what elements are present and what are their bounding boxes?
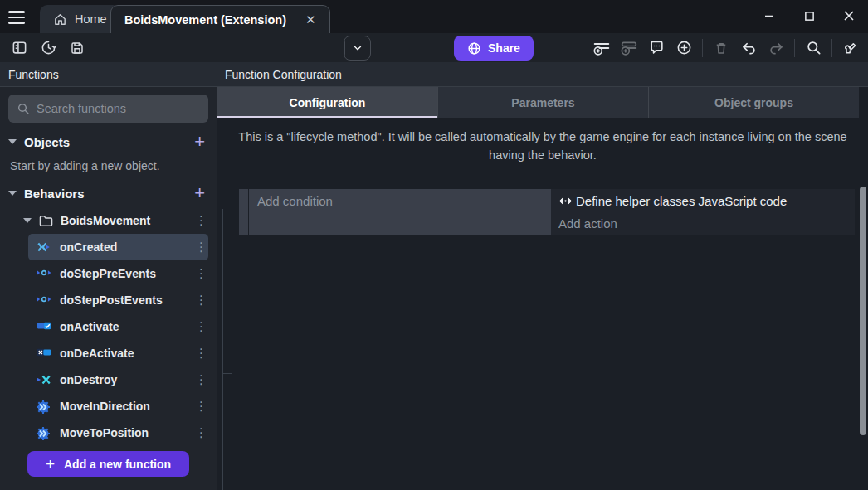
js-event-block: Add condition Define helper classes Java… <box>249 189 855 235</box>
tab-boidsmovement[interactable]: BoidsMovement (Extension) ✕ <box>110 5 330 33</box>
item-menu-button[interactable]: ⋮ <box>195 425 203 440</box>
window-controls <box>760 7 858 25</box>
share-label: Share <box>488 41 520 55</box>
save-icon[interactable] <box>68 39 86 57</box>
edit-extension-icon[interactable] <box>841 39 860 57</box>
function-item-label: doStepPreEvents <box>60 267 187 280</box>
toolbar-separator <box>702 39 703 57</box>
function-item[interactable]: doStepPostEvents⋮ <box>28 287 208 313</box>
function-item-label: onActivate <box>60 320 187 333</box>
globe-icon <box>467 41 481 56</box>
item-menu-button[interactable]: ⋮ <box>195 319 203 334</box>
add-action-button[interactable]: Add action <box>558 212 855 235</box>
item-menu-button[interactable]: ⋮ <box>195 213 203 228</box>
code-icon <box>558 196 573 206</box>
add-object-button[interactable]: + <box>194 133 205 150</box>
function-item[interactable]: onCreated⋮ <box>28 234 208 260</box>
search-functions-input[interactable] <box>37 102 200 115</box>
chevron-down-icon[interactable] <box>8 191 17 196</box>
tab-home[interactable]: Home <box>40 5 120 33</box>
lifecycle-description: This is a "lifecycle method". It will be… <box>217 118 868 178</box>
maximize-button[interactable] <box>800 7 818 25</box>
undo-icon[interactable] <box>739 39 758 57</box>
preview-dropdown-button[interactable] <box>344 36 370 60</box>
search-icon[interactable] <box>804 39 822 57</box>
event-title-row[interactable]: Define helper classes JavaScript code <box>558 189 855 212</box>
functions-panel: Functions Objects + Start by adding a ne… <box>0 62 217 490</box>
event-drag-handle[interactable] <box>239 189 248 235</box>
behavior-group-label: BoidsMovement <box>61 214 188 227</box>
function-item[interactable]: onDestroy⋮ <box>28 366 208 393</box>
function-item-label: onCreated <box>60 240 187 254</box>
toolbar: Preview Share <box>0 33 868 62</box>
behaviors-section-label: Behaviors <box>24 187 194 201</box>
item-menu-button[interactable]: ⋮ <box>195 399 203 414</box>
history-icon[interactable] <box>39 39 57 57</box>
behavior-gear-icon <box>37 400 51 412</box>
function-item-label: MoveToPosition <box>60 426 187 439</box>
chevron-down-icon[interactable] <box>23 218 32 223</box>
function-item-label: onDestroy <box>60 373 187 386</box>
function-item-label: MoveInDirection <box>60 400 187 413</box>
chevron-down-icon <box>352 42 363 54</box>
objects-section-header[interactable]: Objects + <box>0 129 217 154</box>
tab-configuration[interactable]: Configuration <box>217 87 437 118</box>
search-icon <box>17 102 30 115</box>
toolbar-separator <box>831 39 832 57</box>
function-item[interactable]: MoveInDirection⋮ <box>28 393 208 420</box>
folder-icon <box>39 215 53 227</box>
item-menu-button[interactable]: ⋮ <box>195 293 203 308</box>
event-title: Define helper classes JavaScript code <box>576 194 787 208</box>
tab-home-label: Home <box>75 12 107 26</box>
panels-icon[interactable] <box>10 39 28 57</box>
main-panel-title: Function Configuration <box>217 62 868 87</box>
main-panel: Function Configuration Configuration Par… <box>217 62 868 490</box>
add-function-label: Add a new function <box>64 458 171 471</box>
search-functions-box[interactable] <box>8 95 208 123</box>
plus-icon: + <box>46 455 55 473</box>
function-item-label: onDeActivate <box>60 347 187 360</box>
hamburger-menu-icon[interactable] <box>8 9 30 26</box>
behavior-group-row[interactable]: BoidsMovement ⋮ <box>0 209 217 232</box>
tab-parameters[interactable]: Parameters <box>437 87 648 118</box>
function-item[interactable]: MoveToPosition⋮ <box>28 420 208 446</box>
dostep-icon <box>37 294 51 306</box>
behaviors-section-header[interactable]: Behaviors + <box>0 181 217 206</box>
close-button[interactable] <box>840 7 858 25</box>
share-button[interactable]: Share <box>454 36 534 61</box>
item-menu-button[interactable]: ⋮ <box>195 346 203 361</box>
function-list: onCreated⋮doStepPreEvents⋮doStepPostEven… <box>0 234 217 446</box>
titlebar: Home BoidsMovement (Extension) ✕ <box>0 0 868 33</box>
configuration-tabs: Configuration Parameters Object groups <box>217 87 868 118</box>
function-item[interactable]: onDeActivate⋮ <box>28 340 208 366</box>
behavior-gear-icon <box>37 427 51 439</box>
item-menu-button[interactable]: ⋮ <box>195 372 203 387</box>
trash-icon[interactable] <box>712 39 730 57</box>
add-function-button[interactable]: + Add a new function <box>27 451 189 477</box>
events-scrollbar[interactable] <box>860 187 866 435</box>
tab-active-label: BoidsMovement (Extension) <box>124 13 286 27</box>
home-icon <box>53 12 67 27</box>
redo-icon[interactable] <box>767 39 785 57</box>
add-subevent-icon[interactable] <box>620 39 638 57</box>
comment-icon[interactable] <box>647 39 666 57</box>
add-event-icon[interactable] <box>592 39 611 57</box>
add-condition-button[interactable]: Add condition <box>249 189 551 235</box>
objects-section-label: Objects <box>24 135 194 149</box>
onactivate-icon <box>37 321 51 332</box>
indent-guide <box>222 209 223 490</box>
function-item[interactable]: onActivate⋮ <box>28 313 208 340</box>
add-behavior-button[interactable]: + <box>194 185 205 201</box>
preview-button[interactable]: Preview <box>344 36 371 61</box>
chevron-down-icon[interactable] <box>8 139 17 144</box>
tab-object-groups[interactable]: Object groups <box>648 87 859 118</box>
toolbar-separator <box>794 39 795 57</box>
item-menu-button[interactable]: ⋮ <box>195 266 203 281</box>
function-item[interactable]: doStepPreEvents⋮ <box>28 260 208 287</box>
add-circle-icon[interactable] <box>675 39 693 57</box>
item-menu-button[interactable]: ⋮ <box>195 240 203 255</box>
ondeactivate-icon <box>37 347 51 359</box>
ondestroy-icon <box>37 374 51 386</box>
tab-close-icon[interactable]: ✕ <box>305 12 316 27</box>
minimize-button[interactable] <box>760 7 778 25</box>
